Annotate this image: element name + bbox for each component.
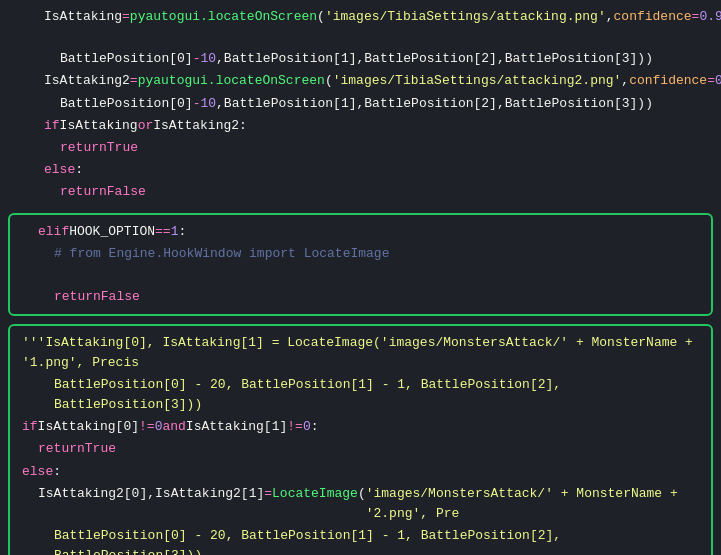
code-token: 'images/TibiaSettings/attacking2.png' bbox=[333, 71, 622, 91]
code-token: BattlePosition[0] bbox=[60, 94, 193, 114]
code-token: else bbox=[44, 160, 75, 180]
code-token: , bbox=[216, 94, 224, 114]
code-token: IsAttaking2[1] bbox=[155, 484, 264, 504]
code-line: if IsAttaking[0] != 0 and IsAttaking[1] … bbox=[10, 416, 711, 438]
code-token: IsAttaking[0] bbox=[38, 417, 139, 437]
code-token: = bbox=[692, 7, 700, 27]
code-line: elif HOOK_OPTION == 1: bbox=[10, 221, 711, 243]
code-token: return bbox=[54, 287, 101, 307]
code-line: BattlePosition[0] - 20, BattlePosition[1… bbox=[10, 525, 711, 555]
code-token: if bbox=[22, 417, 38, 437]
code-token: BattlePosition[0] - 20, BattlePosition[1… bbox=[54, 526, 699, 555]
code-token: 0 bbox=[155, 417, 163, 437]
code-token: BattlePosition[3] bbox=[505, 94, 638, 114]
code-line: BattlePosition[0] - 20, BattlePosition[1… bbox=[10, 374, 711, 416]
code-token: and bbox=[162, 417, 185, 437]
code-token: , bbox=[497, 94, 505, 114]
code-token: = bbox=[130, 71, 138, 91]
code-token: , bbox=[216, 49, 224, 69]
code-token: , bbox=[356, 94, 364, 114]
code-line: BattlePosition[0] - 10, BattlePosition[1… bbox=[0, 48, 721, 70]
code-token: '''IsAttaking[0], IsAttaking[1] = Locate… bbox=[22, 333, 699, 373]
code-token: 10 bbox=[200, 49, 216, 69]
code-token: IsAttaking2 bbox=[44, 71, 130, 91]
code-token: return bbox=[60, 138, 107, 158]
code-line: return False bbox=[10, 286, 711, 308]
highlighted-code-section-1: elif HOOK_OPTION == 1:# from Engine.Hook… bbox=[8, 213, 713, 315]
code-token: LocateImage bbox=[272, 484, 358, 504]
code-token: confidence bbox=[629, 71, 707, 91]
code-line: IsAttaking2 = pyautogui.locateOnScreen('… bbox=[0, 70, 721, 92]
code-token: return bbox=[38, 439, 85, 459]
code-token: return bbox=[60, 182, 107, 202]
code-token: BattlePosition[0] bbox=[60, 49, 193, 69]
code-token: )) bbox=[637, 49, 653, 69]
code-line: IsAttaking2[0], IsAttaking2[1] = LocateI… bbox=[10, 483, 711, 525]
code-token: True bbox=[85, 439, 116, 459]
code-token: = bbox=[707, 71, 715, 91]
code-token: , bbox=[497, 49, 505, 69]
code-line: return False bbox=[0, 181, 721, 203]
code-token: IsAttaking2[0] bbox=[38, 484, 147, 504]
code-token: IsAttaking[1] bbox=[186, 417, 287, 437]
code-token: if bbox=[44, 116, 60, 136]
code-token: 10 bbox=[200, 94, 216, 114]
code-line: else: bbox=[0, 159, 721, 181]
code-line: return True bbox=[10, 438, 711, 460]
code-token: , bbox=[621, 71, 629, 91]
code-token: IsAttaking2 bbox=[153, 116, 239, 136]
code-editor: IsAttaking = pyautogui.locateOnScreen('i… bbox=[0, 0, 721, 555]
code-line: '''IsAttaking[0], IsAttaking[1] = Locate… bbox=[10, 332, 711, 374]
code-token: : bbox=[239, 116, 247, 136]
code-token: 0.9 bbox=[699, 7, 721, 27]
code-token: BattlePosition[3] bbox=[505, 49, 638, 69]
code-token: == bbox=[155, 222, 171, 242]
code-token: = bbox=[122, 7, 130, 27]
code-token: , bbox=[356, 49, 364, 69]
code-token: ( bbox=[325, 71, 333, 91]
code-token: = bbox=[264, 484, 272, 504]
code-token: : bbox=[75, 160, 83, 180]
code-token: BattlePosition[1] bbox=[224, 49, 357, 69]
code-token: 0.9 bbox=[715, 71, 721, 91]
code-token: # from Engine.HookWindow import LocateIm… bbox=[54, 244, 389, 264]
code-token: , bbox=[147, 484, 155, 504]
code-token: pyautogui.locateOnScreen bbox=[130, 7, 317, 27]
code-token: BattlePosition[2] bbox=[364, 49, 497, 69]
code-line: # from Engine.HookWindow import LocateIm… bbox=[10, 243, 711, 265]
code-token: 'images/MonstersAttack/' + MonsterName +… bbox=[366, 484, 699, 524]
code-token: True bbox=[107, 138, 138, 158]
code-token: HOOK_OPTION bbox=[69, 222, 155, 242]
code-token: - bbox=[193, 94, 201, 114]
code-line: if IsAttaking or IsAttaking2: bbox=[0, 115, 721, 137]
code-token: : bbox=[311, 417, 319, 437]
code-token: or bbox=[138, 116, 154, 136]
code-token: 0 bbox=[303, 417, 311, 437]
highlighted-code-section-2: '''IsAttaking[0], IsAttaking[1] = Locate… bbox=[8, 324, 713, 555]
code-token: , bbox=[606, 7, 614, 27]
code-token: else bbox=[22, 462, 53, 482]
top-code-section: IsAttaking = pyautogui.locateOnScreen('i… bbox=[0, 0, 721, 209]
code-token: )) bbox=[637, 94, 653, 114]
code-line: IsAttaking = pyautogui.locateOnScreen('i… bbox=[0, 6, 721, 48]
code-token: pyautogui.locateOnScreen bbox=[138, 71, 325, 91]
code-token: : bbox=[53, 462, 61, 482]
code-token: != bbox=[287, 417, 303, 437]
code-token: 'images/TibiaSettings/attacking.png' bbox=[325, 7, 606, 27]
code-token: BattlePosition[1] bbox=[224, 94, 357, 114]
code-token: False bbox=[101, 287, 140, 307]
code-token: IsAttaking bbox=[60, 116, 138, 136]
code-line: BattlePosition[0] - 10, BattlePosition[1… bbox=[0, 93, 721, 115]
code-token: 1 bbox=[171, 222, 179, 242]
code-token: != bbox=[139, 417, 155, 437]
code-token: BattlePosition[2] bbox=[364, 94, 497, 114]
code-token: elif bbox=[38, 222, 69, 242]
code-token: BattlePosition[0] - 20, BattlePosition[1… bbox=[54, 375, 699, 415]
code-line: return True bbox=[0, 137, 721, 159]
code-token: False bbox=[107, 182, 146, 202]
code-token: IsAttaking bbox=[44, 7, 122, 27]
code-line: else: bbox=[10, 461, 711, 483]
code-token: - bbox=[193, 49, 201, 69]
code-line bbox=[10, 266, 711, 286]
code-token: confidence bbox=[614, 7, 692, 27]
